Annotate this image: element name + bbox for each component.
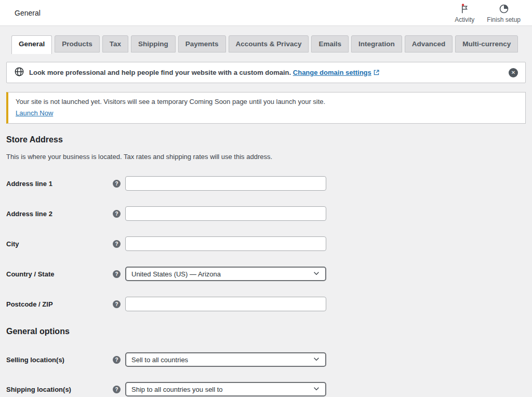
store-address-form: Address line 1 ? Address line 2 ? City ?… (6, 176, 526, 311)
form-row-shipping-location: Shipping location(s) ? Ship to all count… (6, 382, 526, 396)
custom-domain-notice-text: Look more professional and help people f… (29, 69, 380, 76)
page-title: General (15, 9, 41, 17)
external-link-icon (371, 69, 380, 76)
activity-label: Activity (455, 16, 474, 23)
settings-content: Look more professional and help people f… (0, 62, 532, 396)
finish-setup-label: Finish setup (487, 16, 521, 23)
help-icon[interactable]: ? (113, 270, 121, 278)
activity-button[interactable]: Activity (448, 1, 481, 25)
launch-notice: Your site is not launched yet. Visitors … (6, 92, 526, 124)
dismiss-notice-button[interactable]: ✕ (509, 68, 518, 77)
launch-now-link[interactable]: Launch Now (16, 109, 53, 117)
tab-general[interactable]: General (11, 35, 52, 54)
top-bar: General Activity Finish setup (0, 0, 532, 26)
postcode-label: Postcode / ZIP (6, 300, 113, 308)
country-state-select[interactable]: United States (US) — Arizona (125, 267, 326, 281)
tab-advanced[interactable]: Advanced (405, 35, 453, 52)
store-address-heading: Store Address (6, 135, 526, 144)
progress-pie-icon (499, 4, 509, 14)
tab-payments[interactable]: Payments (178, 35, 226, 52)
selling-location-select[interactable]: Sell to all countries (125, 352, 326, 367)
change-domain-settings-link[interactable]: Change domain settings (293, 69, 371, 76)
shipping-location-label: Shipping location(s) (6, 386, 113, 393)
help-icon[interactable]: ? (113, 240, 121, 248)
chevron-down-icon (313, 355, 320, 364)
tab-products[interactable]: Products (55, 35, 100, 52)
help-icon[interactable]: ? (113, 300, 121, 308)
help-icon[interactable]: ? (113, 180, 121, 188)
topbar-actions: Activity Finish setup (448, 1, 532, 25)
selling-location-selected-value: Sell to all countries (131, 356, 313, 364)
city-label: City (6, 240, 113, 248)
store-address-description: This is where your business is located. … (6, 153, 526, 161)
city-input[interactable] (125, 236, 326, 251)
help-icon[interactable]: ? (113, 356, 121, 364)
address-line-2-label: Address line 2 (6, 210, 113, 218)
selling-location-label: Selling location(s) (6, 356, 113, 364)
tab-multi-currency[interactable]: Multi-currency (455, 35, 518, 52)
activity-flag-icon (459, 4, 470, 14)
settings-tab-bar: General Products Tax Shipping Payments A… (11, 35, 532, 54)
tab-tax[interactable]: Tax (102, 35, 128, 52)
chevron-down-icon (313, 385, 320, 394)
postcode-input[interactable] (125, 297, 326, 311)
notice-text-body: Look more professional and help people f… (29, 69, 291, 76)
launch-notice-text: Your site is not launched yet. Visitors … (16, 98, 518, 105)
form-row-country-state: Country / State ? United States (US) — A… (6, 267, 526, 281)
country-state-selected-value: United States (US) — Arizona (131, 270, 313, 278)
address-line-2-input[interactable] (125, 206, 326, 221)
custom-domain-notice: Look more professional and help people f… (6, 62, 526, 83)
form-row-address-2: Address line 2 ? (6, 206, 526, 221)
general-options-heading: General options (6, 327, 526, 336)
finish-setup-button[interactable]: Finish setup (481, 1, 527, 25)
address-line-1-input[interactable] (125, 176, 326, 191)
form-row-selling-location: Selling location(s) ? Sell to all countr… (6, 352, 526, 367)
help-icon[interactable]: ? (113, 210, 121, 218)
form-row-address-1: Address line 1 ? (6, 176, 526, 191)
help-icon[interactable]: ? (113, 386, 121, 393)
chevron-down-icon (313, 270, 320, 279)
tab-integration[interactable]: Integration (351, 35, 402, 52)
country-state-label: Country / State (6, 270, 113, 278)
address-line-1-label: Address line 1 (6, 180, 113, 188)
general-options-form: Selling location(s) ? Sell to all countr… (6, 352, 526, 396)
form-row-city: City ? (6, 236, 526, 251)
tab-shipping[interactable]: Shipping (131, 35, 176, 52)
form-row-postcode: Postcode / ZIP ? (6, 297, 526, 311)
tab-accounts-privacy[interactable]: Accounts & Privacy (229, 35, 309, 52)
tab-emails[interactable]: Emails (311, 35, 349, 52)
shipping-location-select[interactable]: Ship to all countries you sell to (125, 382, 326, 396)
globe-icon (14, 67, 24, 79)
shipping-location-selected-value: Ship to all countries you sell to (131, 386, 313, 393)
